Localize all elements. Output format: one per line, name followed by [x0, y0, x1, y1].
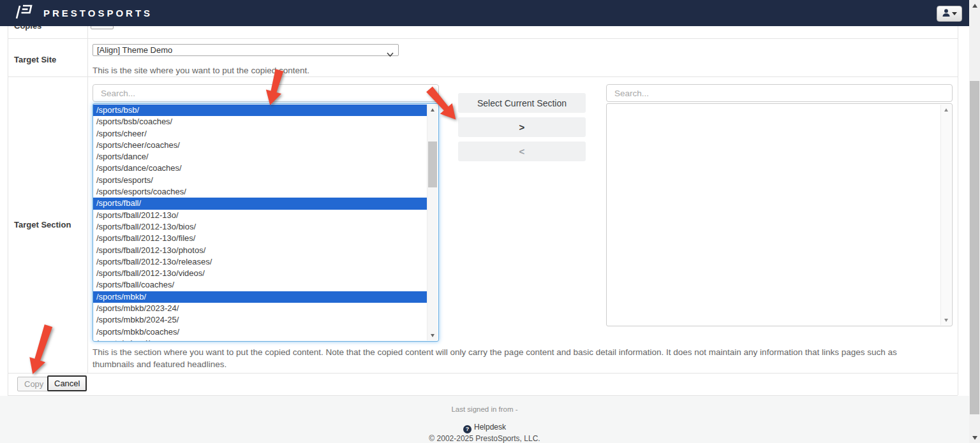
- user-menu-button[interactable]: [937, 6, 962, 22]
- scroll-up-icon[interactable]: [941, 105, 951, 115]
- chosen-sections-list[interactable]: [606, 103, 953, 326]
- top-navbar: PRESTOSPORTS: [0, 0, 969, 26]
- available-sections-list[interactable]: /sports/bsb//sports/bsb/coaches//sports/…: [93, 103, 439, 342]
- row-border: [8, 373, 958, 374]
- section-option[interactable]: /sports/mbkb/coaches/: [93, 326, 427, 338]
- helpdesk-label: Helpdesk: [474, 423, 506, 432]
- section-option[interactable]: /sports/mbkb/2023-24/: [93, 303, 427, 314]
- target-section-label: Target Section: [14, 220, 71, 229]
- section-option[interactable]: /sports/fball/2012-13o/files/: [93, 233, 427, 244]
- section-option[interactable]: /sports/dance/coaches/: [93, 163, 427, 174]
- page-scrollbar[interactable]: [969, 0, 980, 443]
- section-option[interactable]: /sports/mbkb/: [93, 291, 427, 303]
- scroll-up-icon[interactable]: [427, 105, 438, 115]
- prestosports-logo-icon: [14, 4, 34, 23]
- move-right-button[interactable]: >: [458, 117, 586, 137]
- brand-title: PRESTOSPORTS: [43, 8, 152, 18]
- section-option[interactable]: /sports/fball/2012-13o/videos/: [93, 268, 427, 279]
- available-sections-search-input[interactable]: [93, 84, 439, 102]
- scrollbar-thumb[interactable]: [428, 142, 437, 187]
- prestosports-logo[interactable]: PRESTOSPORTS: [14, 0, 152, 26]
- copy-button[interactable]: Copy: [17, 377, 50, 391]
- section-option[interactable]: /sports/fball/2012-13o/: [93, 210, 427, 221]
- copyright-text: © 2002-2025 PrestoSports, LLC.: [0, 434, 969, 443]
- section-option[interactable]: /sports/bsb/: [93, 105, 427, 116]
- section-option[interactable]: /sports/esports/: [93, 175, 427, 186]
- section-option[interactable]: /sports/cheer/: [93, 128, 427, 140]
- cancel-button[interactable]: Cancel: [47, 375, 87, 391]
- section-option[interactable]: /sports/fball/2012-13o/bios/: [93, 221, 427, 233]
- caret-down-icon: [952, 12, 957, 15]
- target-site-select[interactable]: [Align] Theme Demo: [93, 44, 399, 56]
- target-section-help-text: This is the section where you want to pu…: [93, 346, 922, 370]
- section-option[interactable]: /sports/cheer/coaches/: [93, 140, 427, 151]
- section-option[interactable]: /sports/dance/: [93, 151, 427, 163]
- section-option[interactable]: /sports/fball/2012-13o/photos/: [93, 245, 427, 256]
- scroll-down-icon[interactable]: [427, 330, 438, 340]
- available-list-scrollbar[interactable]: [427, 105, 438, 340]
- help-question-icon: ?: [463, 425, 471, 433]
- chosen-sections-search-input[interactable]: [606, 84, 953, 102]
- user-icon: [942, 8, 951, 20]
- copy-content-page: PRESTOSPORTS Copies Target Site [Align] …: [0, 0, 980, 443]
- target-site-help-text: This is the site where you want to put t…: [93, 64, 309, 76]
- scroll-down-icon[interactable]: [969, 432, 980, 443]
- move-left-button[interactable]: <: [458, 142, 586, 161]
- section-option[interactable]: /sports/bsb/coaches/: [93, 116, 427, 127]
- section-option[interactable]: /sports/mbkb/2024-25/: [93, 314, 427, 326]
- page-footer: Last signed in from - ?Helpdesk © 2002-2…: [0, 396, 969, 443]
- scrollbar-thumb[interactable]: [970, 81, 979, 414]
- row-border: [8, 76, 958, 77]
- table-border-left: [8, 26, 8, 395]
- target-site-label: Target Site: [14, 55, 56, 64]
- section-option[interactable]: /sports/fball/coaches/: [93, 279, 427, 291]
- table-border-right: [958, 26, 958, 395]
- section-option[interactable]: /sports/fball/: [93, 198, 427, 209]
- helpdesk-link[interactable]: ?Helpdesk: [0, 423, 969, 433]
- chosen-list-scrollbar[interactable]: [940, 105, 951, 325]
- available-sections-options: /sports/bsb//sports/bsb/coaches//sports/…: [93, 105, 427, 342]
- scroll-up-icon[interactable]: [969, 0, 980, 11]
- section-option[interactable]: /sports/mbowl/: [93, 338, 427, 342]
- scroll-down-icon[interactable]: [941, 315, 951, 325]
- chevron-down-icon: [387, 48, 394, 59]
- label-column-divider: [87, 26, 88, 373]
- last-signed-in-text: Last signed in from -: [0, 405, 969, 413]
- section-option[interactable]: /sports/fball/2012-13o/releases/: [93, 256, 427, 268]
- select-current-section-button[interactable]: Select Current Section: [458, 93, 586, 113]
- section-option[interactable]: /sports/esports/coaches/: [93, 186, 427, 198]
- target-site-selected-value: [Align] Theme Demo: [97, 45, 172, 55]
- row-border: [8, 38, 958, 39]
